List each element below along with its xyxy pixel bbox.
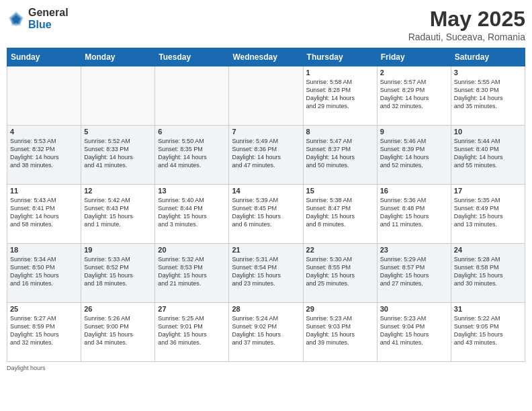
calendar-cell: 14Sunrise: 5:39 AM Sunset: 8:45 PM Dayli… bbox=[229, 185, 303, 244]
day-header-saturday: Saturday bbox=[451, 48, 525, 66]
day-number: 15 bbox=[306, 187, 374, 195]
day-number: 17 bbox=[454, 187, 522, 195]
day-info: Sunrise: 5:55 AM Sunset: 8:30 PM Dayligh… bbox=[454, 78, 522, 111]
day-number: 10 bbox=[454, 128, 522, 136]
calendar-table: SundayMondayTuesdayWednesdayThursdayFrid… bbox=[7, 48, 525, 362]
day-info: Sunrise: 5:40 AM Sunset: 8:44 PM Dayligh… bbox=[158, 196, 226, 229]
calendar-cell: 1Sunrise: 5:58 AM Sunset: 8:28 PM Daylig… bbox=[303, 66, 377, 126]
week-row-3: 11Sunrise: 5:43 AM Sunset: 8:41 PM Dayli… bbox=[7, 185, 525, 244]
day-info: Sunrise: 5:49 AM Sunset: 8:36 PM Dayligh… bbox=[232, 137, 300, 170]
day-number: 27 bbox=[158, 305, 226, 313]
logo-blue: Blue bbox=[28, 19, 69, 31]
day-info: Sunrise: 5:34 AM Sunset: 8:50 PM Dayligh… bbox=[10, 255, 78, 288]
calendar-cell: 11Sunrise: 5:43 AM Sunset: 8:41 PM Dayli… bbox=[7, 185, 81, 244]
calendar-cell: 9Sunrise: 5:46 AM Sunset: 8:39 PM Daylig… bbox=[377, 126, 451, 185]
day-info: Sunrise: 5:44 AM Sunset: 8:40 PM Dayligh… bbox=[454, 137, 522, 170]
week-row-5: 25Sunrise: 5:27 AM Sunset: 8:59 PM Dayli… bbox=[7, 303, 525, 362]
day-info: Sunrise: 5:38 AM Sunset: 8:47 PM Dayligh… bbox=[306, 196, 374, 229]
day-header-wednesday: Wednesday bbox=[229, 48, 303, 66]
calendar-cell: 26Sunrise: 5:26 AM Sunset: 9:00 PM Dayli… bbox=[81, 303, 155, 362]
day-number: 23 bbox=[380, 246, 448, 254]
calendar-cell bbox=[7, 66, 81, 126]
header-row: SundayMondayTuesdayWednesdayThursdayFrid… bbox=[7, 48, 525, 66]
week-row-4: 18Sunrise: 5:34 AM Sunset: 8:50 PM Dayli… bbox=[7, 244, 525, 303]
calendar-cell: 12Sunrise: 5:42 AM Sunset: 8:43 PM Dayli… bbox=[81, 185, 155, 244]
calendar-cell: 16Sunrise: 5:36 AM Sunset: 8:48 PM Dayli… bbox=[377, 185, 451, 244]
calendar-cell: 25Sunrise: 5:27 AM Sunset: 8:59 PM Dayli… bbox=[7, 303, 81, 362]
day-info: Sunrise: 5:32 AM Sunset: 8:53 PM Dayligh… bbox=[158, 255, 226, 288]
day-number: 28 bbox=[232, 305, 300, 313]
day-info: Sunrise: 5:46 AM Sunset: 8:39 PM Dayligh… bbox=[380, 137, 448, 170]
calendar-cell: 23Sunrise: 5:29 AM Sunset: 8:57 PM Dayli… bbox=[377, 244, 451, 303]
calendar-cell: 10Sunrise: 5:44 AM Sunset: 8:40 PM Dayli… bbox=[451, 126, 525, 185]
calendar-cell: 27Sunrise: 5:25 AM Sunset: 9:01 PM Dayli… bbox=[155, 303, 229, 362]
calendar-cell: 15Sunrise: 5:38 AM Sunset: 8:47 PM Dayli… bbox=[303, 185, 377, 244]
day-info: Sunrise: 5:23 AM Sunset: 9:04 PM Dayligh… bbox=[380, 314, 448, 347]
day-info: Sunrise: 5:58 AM Sunset: 8:28 PM Dayligh… bbox=[306, 78, 374, 111]
calendar-body: 1Sunrise: 5:58 AM Sunset: 8:28 PM Daylig… bbox=[7, 66, 525, 362]
day-number: 24 bbox=[454, 246, 522, 254]
day-number: 7 bbox=[232, 128, 300, 136]
day-info: Sunrise: 5:29 AM Sunset: 8:57 PM Dayligh… bbox=[380, 255, 448, 288]
day-info: Sunrise: 5:30 AM Sunset: 8:55 PM Dayligh… bbox=[306, 255, 374, 288]
calendar-cell bbox=[155, 66, 229, 126]
calendar-header: SundayMondayTuesdayWednesdayThursdayFrid… bbox=[7, 48, 525, 66]
calendar-cell: 8Sunrise: 5:47 AM Sunset: 8:37 PM Daylig… bbox=[303, 126, 377, 185]
page: General Blue May 2025 Radauti, Suceava, … bbox=[0, 0, 532, 411]
day-number: 21 bbox=[232, 246, 300, 254]
day-number: 19 bbox=[84, 246, 152, 254]
calendar-cell: 29Sunrise: 5:23 AM Sunset: 9:03 PM Dayli… bbox=[303, 303, 377, 362]
calendar-cell: 17Sunrise: 5:35 AM Sunset: 8:49 PM Dayli… bbox=[451, 185, 525, 244]
calendar-cell: 22Sunrise: 5:30 AM Sunset: 8:55 PM Dayli… bbox=[303, 244, 377, 303]
day-number: 8 bbox=[306, 128, 374, 136]
week-row-2: 4Sunrise: 5:53 AM Sunset: 8:32 PM Daylig… bbox=[7, 126, 525, 185]
day-info: Sunrise: 5:23 AM Sunset: 9:03 PM Dayligh… bbox=[306, 314, 374, 347]
subtitle: Radauti, Suceava, Romania bbox=[408, 32, 525, 42]
calendar-cell: 19Sunrise: 5:33 AM Sunset: 8:52 PM Dayli… bbox=[81, 244, 155, 303]
day-info: Sunrise: 5:28 AM Sunset: 8:58 PM Dayligh… bbox=[454, 255, 522, 288]
calendar-cell: 28Sunrise: 5:24 AM Sunset: 9:02 PM Dayli… bbox=[229, 303, 303, 362]
calendar-cell: 18Sunrise: 5:34 AM Sunset: 8:50 PM Dayli… bbox=[7, 244, 81, 303]
day-number: 5 bbox=[84, 128, 152, 136]
calendar-cell bbox=[229, 66, 303, 126]
day-number: 20 bbox=[158, 246, 226, 254]
title-block: May 2025 Radauti, Suceava, Romania bbox=[408, 7, 525, 42]
day-number: 26 bbox=[84, 305, 152, 313]
day-number: 3 bbox=[454, 68, 522, 77]
day-info: Sunrise: 5:47 AM Sunset: 8:37 PM Dayligh… bbox=[306, 137, 374, 170]
calendar-cell: 21Sunrise: 5:31 AM Sunset: 8:54 PM Dayli… bbox=[229, 244, 303, 303]
footer: Daylight hours bbox=[7, 365, 525, 371]
calendar-cell: 7Sunrise: 5:49 AM Sunset: 8:36 PM Daylig… bbox=[229, 126, 303, 185]
day-number: 29 bbox=[306, 305, 374, 313]
day-info: Sunrise: 5:52 AM Sunset: 8:33 PM Dayligh… bbox=[84, 137, 152, 170]
day-header-friday: Friday bbox=[377, 48, 451, 66]
day-number: 4 bbox=[10, 128, 78, 136]
calendar-cell: 24Sunrise: 5:28 AM Sunset: 8:58 PM Dayli… bbox=[451, 244, 525, 303]
logo-icon bbox=[7, 9, 26, 28]
day-info: Sunrise: 5:43 AM Sunset: 8:41 PM Dayligh… bbox=[10, 196, 78, 229]
day-number: 22 bbox=[306, 246, 374, 254]
day-number: 11 bbox=[10, 187, 78, 195]
main-title: May 2025 bbox=[408, 7, 525, 32]
day-number: 16 bbox=[380, 187, 448, 195]
day-info: Sunrise: 5:36 AM Sunset: 8:48 PM Dayligh… bbox=[380, 196, 448, 229]
day-info: Sunrise: 5:33 AM Sunset: 8:52 PM Dayligh… bbox=[84, 255, 152, 288]
calendar-cell: 2Sunrise: 5:57 AM Sunset: 8:29 PM Daylig… bbox=[377, 66, 451, 126]
calendar-cell: 31Sunrise: 5:22 AM Sunset: 9:05 PM Dayli… bbox=[451, 303, 525, 362]
calendar-cell bbox=[81, 66, 155, 126]
day-info: Sunrise: 5:42 AM Sunset: 8:43 PM Dayligh… bbox=[84, 196, 152, 229]
day-info: Sunrise: 5:31 AM Sunset: 8:54 PM Dayligh… bbox=[232, 255, 300, 288]
day-info: Sunrise: 5:22 AM Sunset: 9:05 PM Dayligh… bbox=[454, 314, 522, 347]
day-number: 31 bbox=[454, 305, 522, 313]
logo: General Blue bbox=[7, 7, 69, 30]
day-number: 12 bbox=[84, 187, 152, 195]
calendar-cell: 4Sunrise: 5:53 AM Sunset: 8:32 PM Daylig… bbox=[7, 126, 81, 185]
day-info: Sunrise: 5:24 AM Sunset: 9:02 PM Dayligh… bbox=[232, 314, 300, 347]
day-info: Sunrise: 5:27 AM Sunset: 8:59 PM Dayligh… bbox=[10, 314, 78, 347]
day-number: 1 bbox=[306, 68, 374, 77]
day-header-thursday: Thursday bbox=[303, 48, 377, 66]
day-info: Sunrise: 5:53 AM Sunset: 8:32 PM Dayligh… bbox=[10, 137, 78, 170]
day-number: 18 bbox=[10, 246, 78, 254]
calendar-cell: 5Sunrise: 5:52 AM Sunset: 8:33 PM Daylig… bbox=[81, 126, 155, 185]
day-info: Sunrise: 5:35 AM Sunset: 8:49 PM Dayligh… bbox=[454, 196, 522, 229]
